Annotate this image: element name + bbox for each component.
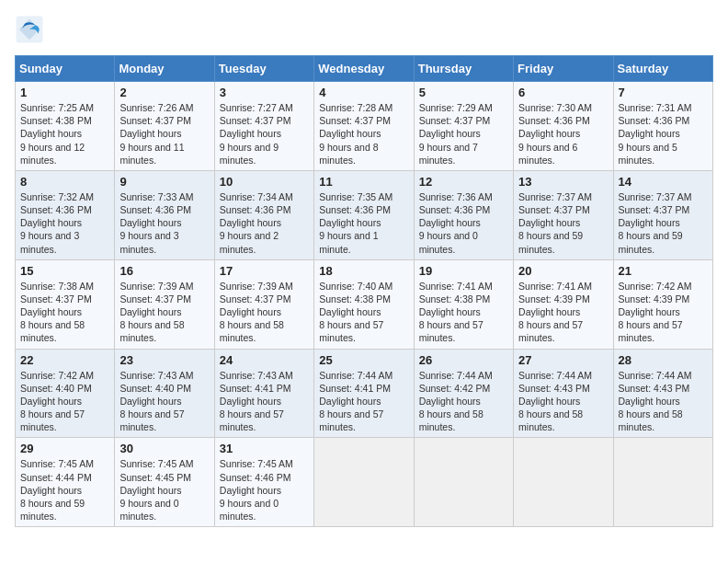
sunrise-text: Sunrise: 7:32 AM <box>20 191 94 202</box>
cell-info: Sunrise: 7:37 AMSunset: 4:37 PMDaylight … <box>518 190 608 256</box>
cell-info: Sunrise: 7:33 AMSunset: 4:36 PMDaylight … <box>119 190 209 256</box>
cell-info: Sunrise: 7:44 AMSunset: 4:41 PMDaylight … <box>319 369 408 434</box>
sunrise-text: Sunrise: 7:41 AM <box>518 281 592 292</box>
calendar-week-3: 15Sunrise: 7:38 AMSunset: 4:37 PMDayligh… <box>16 259 713 349</box>
daylight-value: 9 hours and 5 minutes. <box>619 142 677 166</box>
sunset-text: Sunset: 4:36 PM <box>518 115 590 126</box>
daylight-value: 9 hours and 11 minutes. <box>119 142 184 166</box>
weekday-saturday: Saturday <box>613 56 712 82</box>
daylight-label: Daylight hours <box>20 306 82 317</box>
calendar-cell: 16Sunrise: 7:39 AMSunset: 4:37 PMDayligh… <box>115 259 214 349</box>
daylight-value: 8 hours and 58 minutes. <box>419 408 483 432</box>
sunset-text: Sunset: 4:37 PM <box>319 115 391 126</box>
day-number: 1 <box>20 86 109 99</box>
cell-info: Sunrise: 7:45 AMSunset: 4:46 PMDaylight … <box>220 457 309 523</box>
calendar-week-1: 1Sunrise: 7:25 AMSunset: 4:38 PMDaylight… <box>16 82 713 171</box>
weekday-wednesday: Wednesday <box>314 56 414 82</box>
sunrise-text: Sunrise: 7:37 AM <box>619 191 692 202</box>
weekday-thursday: Thursday <box>414 56 513 82</box>
daylight-value: 8 hours and 57 minutes. <box>119 408 184 432</box>
sunrise-text: Sunrise: 7:40 AM <box>319 281 392 292</box>
day-number: 24 <box>220 353 309 367</box>
sunrise-text: Sunrise: 7:44 AM <box>619 370 692 381</box>
calendar-week-5: 29Sunrise: 7:45 AMSunset: 4:44 PMDayligh… <box>16 438 713 527</box>
daylight-value: 8 hours and 58 minutes. <box>220 319 284 343</box>
daylight-label: Daylight hours <box>220 217 281 228</box>
sunrise-text: Sunrise: 7:26 AM <box>119 102 193 113</box>
sunset-text: Sunset: 4:45 PM <box>119 472 191 483</box>
daylight-label: Daylight hours <box>419 217 481 228</box>
day-number: 11 <box>319 175 408 189</box>
calendar-cell: 10Sunrise: 7:34 AMSunset: 4:36 PMDayligh… <box>214 170 313 259</box>
calendar-header: SundayMondayTuesdayWednesdayThursdayFrid… <box>16 56 713 82</box>
sunrise-text: Sunrise: 7:35 AM <box>319 191 392 202</box>
day-number: 18 <box>319 264 408 278</box>
cell-info: Sunrise: 7:32 AMSunset: 4:36 PMDaylight … <box>20 190 109 256</box>
calendar-cell: 11Sunrise: 7:35 AMSunset: 4:36 PMDayligh… <box>314 170 414 259</box>
calendar-cell: 28Sunrise: 7:44 AMSunset: 4:43 PMDayligh… <box>613 349 712 438</box>
sunset-text: Sunset: 4:38 PM <box>319 293 391 304</box>
sunrise-text: Sunrise: 7:37 AM <box>518 191 592 202</box>
cell-info: Sunrise: 7:30 AMSunset: 4:36 PMDaylight … <box>518 101 608 167</box>
sunrise-text: Sunrise: 7:27 AM <box>220 102 293 113</box>
day-number: 23 <box>119 353 209 367</box>
day-number: 21 <box>619 264 708 278</box>
sunrise-text: Sunrise: 7:31 AM <box>619 102 692 113</box>
daylight-label: Daylight hours <box>419 306 481 317</box>
cell-info: Sunrise: 7:37 AMSunset: 4:37 PMDaylight … <box>619 190 708 256</box>
calendar-cell: 20Sunrise: 7:41 AMSunset: 4:39 PMDayligh… <box>514 259 613 349</box>
day-number: 9 <box>119 175 209 189</box>
sunrise-text: Sunrise: 7:38 AM <box>20 281 94 292</box>
sunrise-text: Sunrise: 7:30 AM <box>518 102 592 113</box>
sunset-text: Sunset: 4:37 PM <box>619 204 690 215</box>
calendar-cell: 31Sunrise: 7:45 AMSunset: 4:46 PMDayligh… <box>214 438 313 527</box>
day-number: 17 <box>220 264 309 278</box>
calendar-cell: 27Sunrise: 7:44 AMSunset: 4:43 PMDayligh… <box>514 349 613 438</box>
daylight-value: 8 hours and 57 minutes. <box>619 319 683 343</box>
sunrise-text: Sunrise: 7:43 AM <box>119 370 193 381</box>
sunrise-text: Sunrise: 7:45 AM <box>119 458 193 469</box>
daylight-value: 8 hours and 58 minutes. <box>619 408 683 432</box>
calendar-cell <box>514 438 613 527</box>
sunset-text: Sunset: 4:37 PM <box>119 115 191 126</box>
calendar-cell: 13Sunrise: 7:37 AMSunset: 4:37 PMDayligh… <box>514 170 613 259</box>
calendar-table: SundayMondayTuesdayWednesdayThursdayFrid… <box>15 55 713 527</box>
weekday-friday: Friday <box>514 56 613 82</box>
daylight-label: Daylight hours <box>619 396 680 407</box>
sunset-text: Sunset: 4:40 PM <box>119 383 191 394</box>
daylight-value: 8 hours and 57 minutes. <box>518 319 583 343</box>
calendar-cell: 21Sunrise: 7:42 AMSunset: 4:39 PMDayligh… <box>613 259 712 349</box>
calendar-cell: 18Sunrise: 7:40 AMSunset: 4:38 PMDayligh… <box>314 259 414 349</box>
daylight-value: 9 hours and 7 minutes. <box>419 142 478 166</box>
cell-info: Sunrise: 7:42 AMSunset: 4:40 PMDaylight … <box>20 369 109 434</box>
daylight-label: Daylight hours <box>518 396 580 407</box>
cell-info: Sunrise: 7:44 AMSunset: 4:43 PMDaylight … <box>518 369 608 434</box>
sunrise-text: Sunrise: 7:44 AM <box>419 370 493 381</box>
daylight-label: Daylight hours <box>518 217 580 228</box>
sunset-text: Sunset: 4:44 PM <box>20 472 92 483</box>
sunset-text: Sunset: 4:37 PM <box>119 293 191 304</box>
calendar-cell: 17Sunrise: 7:39 AMSunset: 4:37 PMDayligh… <box>214 259 313 349</box>
day-number: 2 <box>119 86 209 99</box>
sunrise-text: Sunrise: 7:36 AM <box>419 191 493 202</box>
day-number: 22 <box>20 353 109 367</box>
day-number: 16 <box>119 264 209 278</box>
sunset-text: Sunset: 4:36 PM <box>220 204 291 215</box>
calendar-cell: 2Sunrise: 7:26 AMSunset: 4:37 PMDaylight… <box>115 82 214 171</box>
cell-info: Sunrise: 7:26 AMSunset: 4:37 PMDaylight … <box>119 101 209 167</box>
calendar-cell <box>414 438 513 527</box>
daylight-label: Daylight hours <box>20 485 82 496</box>
sunset-text: Sunset: 4:37 PM <box>518 204 590 215</box>
sunset-text: Sunset: 4:42 PM <box>419 383 491 394</box>
daylight-value: 9 hours and 3 minutes. <box>119 230 178 254</box>
sunrise-text: Sunrise: 7:33 AM <box>119 191 193 202</box>
sunrise-text: Sunrise: 7:44 AM <box>518 370 592 381</box>
day-number: 29 <box>20 442 109 455</box>
daylight-label: Daylight hours <box>619 306 680 317</box>
daylight-label: Daylight hours <box>319 396 381 407</box>
calendar-cell: 5Sunrise: 7:29 AMSunset: 4:37 PMDaylight… <box>414 82 513 171</box>
cell-info: Sunrise: 7:41 AMSunset: 4:38 PMDaylight … <box>419 280 508 345</box>
daylight-value: 9 hours and 3 minutes. <box>20 230 79 254</box>
sunset-text: Sunset: 4:36 PM <box>619 115 690 126</box>
sunset-text: Sunset: 4:46 PM <box>220 472 291 483</box>
